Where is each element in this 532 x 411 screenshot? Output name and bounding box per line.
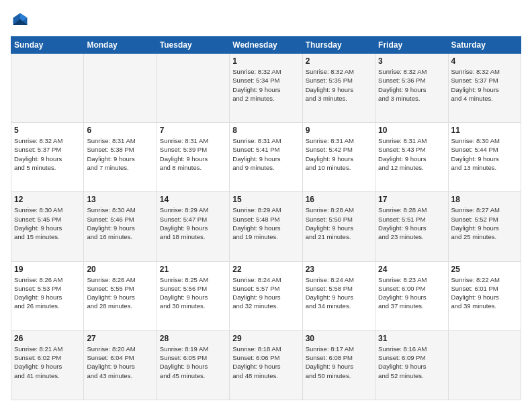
- calendar-week-1: 1Sunrise: 8:32 AM Sunset: 5:34 PM Daylig…: [11, 54, 521, 123]
- day-info: Sunrise: 8:27 AM Sunset: 5:52 PM Dayligh…: [451, 205, 518, 241]
- day-info: Sunrise: 8:32 AM Sunset: 5:37 PM Dayligh…: [14, 136, 81, 172]
- header: [11, 11, 521, 30]
- day-info: Sunrise: 8:32 AM Sunset: 5:34 PM Dayligh…: [232, 67, 299, 103]
- calendar-cell: 18Sunrise: 8:27 AM Sunset: 5:52 PM Dayli…: [448, 192, 521, 261]
- day-info: Sunrise: 8:28 AM Sunset: 5:51 PM Dayligh…: [378, 205, 445, 241]
- day-number: 12: [14, 195, 81, 204]
- day-info: Sunrise: 8:22 AM Sunset: 6:01 PM Dayligh…: [451, 275, 518, 311]
- day-number: 17: [378, 195, 445, 204]
- day-info: Sunrise: 8:26 AM Sunset: 5:53 PM Dayligh…: [14, 275, 81, 311]
- calendar-cell: 11Sunrise: 8:30 AM Sunset: 5:44 PM Dayli…: [448, 123, 521, 192]
- calendar-cell: 7Sunrise: 8:31 AM Sunset: 5:39 PM Daylig…: [157, 123, 229, 192]
- day-number: 25: [451, 265, 518, 274]
- calendar-cell: 29Sunrise: 8:18 AM Sunset: 6:06 PM Dayli…: [230, 330, 302, 400]
- day-info: Sunrise: 8:32 AM Sunset: 5:35 PM Dayligh…: [306, 67, 372, 103]
- calendar-cell: 17Sunrise: 8:28 AM Sunset: 5:51 PM Dayli…: [375, 192, 448, 261]
- calendar-cell: 24Sunrise: 8:23 AM Sunset: 6:00 PM Dayli…: [375, 261, 448, 330]
- day-number: 18: [451, 195, 518, 204]
- calendar-week-2: 5Sunrise: 8:32 AM Sunset: 5:37 PM Daylig…: [11, 123, 521, 192]
- calendar-cell: [11, 54, 84, 123]
- day-info: Sunrise: 8:29 AM Sunset: 5:47 PM Dayligh…: [160, 205, 226, 241]
- day-number: 28: [160, 334, 226, 343]
- day-number: 24: [378, 265, 445, 274]
- day-info: Sunrise: 8:29 AM Sunset: 5:48 PM Dayligh…: [232, 205, 299, 241]
- calendar-cell: 25Sunrise: 8:22 AM Sunset: 6:01 PM Dayli…: [448, 261, 521, 330]
- day-info: Sunrise: 8:31 AM Sunset: 5:38 PM Dayligh…: [87, 136, 153, 172]
- calendar-cell: 14Sunrise: 8:29 AM Sunset: 5:47 PM Dayli…: [157, 192, 229, 261]
- calendar-cell: 13Sunrise: 8:30 AM Sunset: 5:46 PM Dayli…: [84, 192, 157, 261]
- day-number: 30: [306, 334, 372, 343]
- day-info: Sunrise: 8:32 AM Sunset: 5:36 PM Dayligh…: [378, 67, 445, 103]
- calendar-cell: 31Sunrise: 8:16 AM Sunset: 6:09 PM Dayli…: [375, 330, 448, 400]
- calendar-cell: 6Sunrise: 8:31 AM Sunset: 5:38 PM Daylig…: [84, 123, 157, 192]
- calendar-header-thursday: Thursday: [302, 37, 375, 54]
- calendar-cell: 9Sunrise: 8:31 AM Sunset: 5:42 PM Daylig…: [302, 123, 375, 192]
- day-number: 7: [160, 126, 226, 135]
- day-number: 8: [232, 126, 299, 135]
- calendar-cell: 8Sunrise: 8:31 AM Sunset: 5:41 PM Daylig…: [230, 123, 302, 192]
- day-number: 9: [306, 126, 372, 135]
- day-number: 10: [378, 126, 445, 135]
- day-info: Sunrise: 8:30 AM Sunset: 5:46 PM Dayligh…: [87, 205, 153, 241]
- page: SundayMondayTuesdayWednesdayThursdayFrid…: [0, 0, 532, 411]
- calendar-cell: 16Sunrise: 8:28 AM Sunset: 5:50 PM Dayli…: [302, 192, 375, 261]
- calendar-cell: 19Sunrise: 8:26 AM Sunset: 5:53 PM Dayli…: [11, 261, 84, 330]
- day-number: 14: [160, 195, 226, 204]
- day-info: Sunrise: 8:19 AM Sunset: 6:05 PM Dayligh…: [160, 345, 226, 380]
- logo: [11, 11, 32, 30]
- day-info: Sunrise: 8:24 AM Sunset: 5:58 PM Dayligh…: [306, 275, 372, 311]
- day-number: 15: [232, 195, 299, 204]
- calendar-cell: [448, 330, 521, 400]
- day-info: Sunrise: 8:16 AM Sunset: 6:09 PM Dayligh…: [378, 345, 445, 380]
- day-info: Sunrise: 8:20 AM Sunset: 6:04 PM Dayligh…: [87, 345, 153, 380]
- calendar-cell: [157, 54, 229, 123]
- calendar-cell: 23Sunrise: 8:24 AM Sunset: 5:58 PM Dayli…: [302, 261, 375, 330]
- day-number: 27: [87, 334, 153, 343]
- calendar-header-row: SundayMondayTuesdayWednesdayThursdayFrid…: [11, 37, 521, 54]
- calendar-week-3: 12Sunrise: 8:30 AM Sunset: 5:45 PM Dayli…: [11, 192, 521, 261]
- day-number: 31: [378, 334, 445, 343]
- calendar-cell: 4Sunrise: 8:32 AM Sunset: 5:37 PM Daylig…: [448, 54, 521, 123]
- calendar-cell: 1Sunrise: 8:32 AM Sunset: 5:34 PM Daylig…: [230, 54, 302, 123]
- day-info: Sunrise: 8:30 AM Sunset: 5:45 PM Dayligh…: [14, 205, 81, 241]
- day-number: 29: [232, 334, 299, 343]
- calendar-cell: 2Sunrise: 8:32 AM Sunset: 5:35 PM Daylig…: [302, 54, 375, 123]
- day-info: Sunrise: 8:23 AM Sunset: 6:00 PM Dayligh…: [378, 275, 445, 311]
- day-info: Sunrise: 8:32 AM Sunset: 5:37 PM Dayligh…: [451, 67, 518, 103]
- day-info: Sunrise: 8:24 AM Sunset: 5:57 PM Dayligh…: [232, 275, 299, 311]
- calendar-cell: 5Sunrise: 8:32 AM Sunset: 5:37 PM Daylig…: [11, 123, 84, 192]
- day-info: Sunrise: 8:28 AM Sunset: 5:50 PM Dayligh…: [306, 205, 372, 241]
- calendar-cell: 12Sunrise: 8:30 AM Sunset: 5:45 PM Dayli…: [11, 192, 84, 261]
- calendar-cell: 27Sunrise: 8:20 AM Sunset: 6:04 PM Dayli…: [84, 330, 157, 400]
- day-info: Sunrise: 8:31 AM Sunset: 5:43 PM Dayligh…: [378, 136, 445, 172]
- day-number: 11: [451, 126, 518, 135]
- calendar-cell: 26Sunrise: 8:21 AM Sunset: 6:02 PM Dayli…: [11, 330, 84, 400]
- calendar-cell: 28Sunrise: 8:19 AM Sunset: 6:05 PM Dayli…: [157, 330, 229, 400]
- day-number: 21: [160, 265, 226, 274]
- calendar-header-monday: Monday: [84, 37, 157, 54]
- day-info: Sunrise: 8:26 AM Sunset: 5:55 PM Dayligh…: [87, 275, 153, 311]
- calendar-header-wednesday: Wednesday: [230, 37, 302, 54]
- day-info: Sunrise: 8:31 AM Sunset: 5:41 PM Dayligh…: [232, 136, 299, 172]
- calendar-week-5: 26Sunrise: 8:21 AM Sunset: 6:02 PM Dayli…: [11, 330, 521, 400]
- day-info: Sunrise: 8:17 AM Sunset: 6:08 PM Dayligh…: [306, 345, 372, 380]
- calendar-header-saturday: Saturday: [448, 37, 521, 54]
- day-number: 3: [378, 56, 445, 66]
- calendar-header-sunday: Sunday: [11, 37, 84, 54]
- day-info: Sunrise: 8:21 AM Sunset: 6:02 PM Dayligh…: [14, 345, 81, 380]
- day-info: Sunrise: 8:31 AM Sunset: 5:42 PM Dayligh…: [306, 136, 372, 172]
- day-number: 19: [14, 265, 81, 274]
- day-number: 26: [14, 334, 81, 343]
- day-number: 2: [306, 56, 372, 66]
- calendar-header-friday: Friday: [375, 37, 448, 54]
- day-number: 4: [451, 56, 518, 66]
- day-number: 22: [232, 265, 299, 274]
- day-number: 20: [87, 265, 153, 274]
- logo-icon: [11, 11, 30, 30]
- calendar-cell: 10Sunrise: 8:31 AM Sunset: 5:43 PM Dayli…: [375, 123, 448, 192]
- calendar-cell: 21Sunrise: 8:25 AM Sunset: 5:56 PM Dayli…: [157, 261, 229, 330]
- calendar-cell: [84, 54, 157, 123]
- day-info: Sunrise: 8:25 AM Sunset: 5:56 PM Dayligh…: [160, 275, 226, 311]
- day-number: 5: [14, 126, 81, 135]
- day-number: 16: [306, 195, 372, 204]
